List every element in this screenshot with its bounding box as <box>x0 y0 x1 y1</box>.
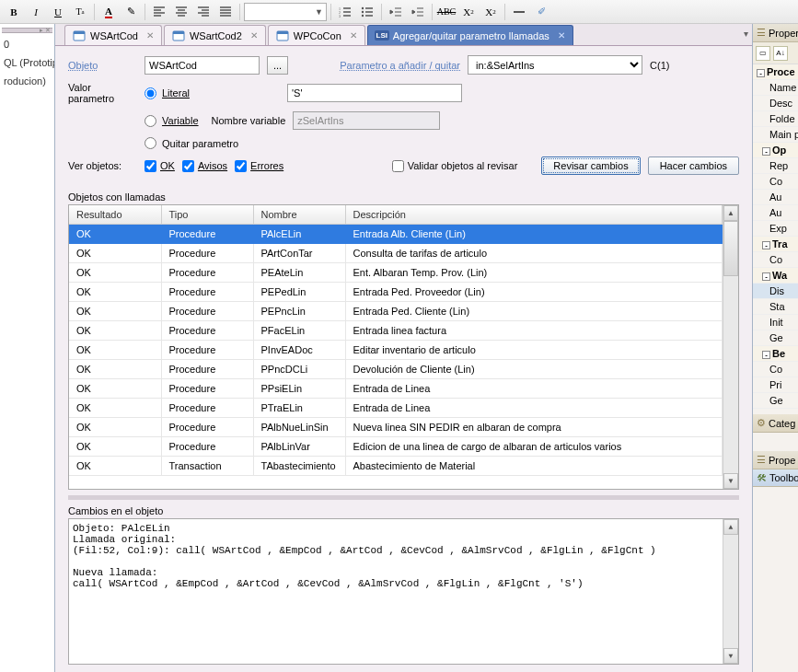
table-row[interactable]: OKProcedurePTraELinEntrada de Linea <box>69 399 723 418</box>
chk-errores[interactable]: Errores <box>235 160 283 172</box>
radio-variable[interactable]: Variable <box>145 115 199 127</box>
prop-item[interactable]: Desc <box>753 96 798 111</box>
tab-wpcocon[interactable]: WPCoCon✕ <box>268 25 365 45</box>
indent-button[interactable] <box>408 3 428 21</box>
prop-group-tra[interactable]: -Tra <box>753 237 798 252</box>
left-tree-item[interactable]: 0 <box>2 37 52 52</box>
table-row[interactable]: OKProcedurePArtConTarConsulta de tarifas… <box>69 244 723 263</box>
text-case-button[interactable]: Ta <box>70 3 90 21</box>
table-row[interactable]: OKProcedurePAlcELinEntrada Alb. Cliente … <box>69 225 723 244</box>
tab-wsartcod[interactable]: WSArtCod✕ <box>64 25 162 45</box>
table-row[interactable]: OKProcedurePEPncLinEntrada Ped. Cliente … <box>69 302 723 321</box>
table-row[interactable]: OKProcedurePEPedLinEntrada Ped. Proveedo… <box>69 283 723 302</box>
prop-item[interactable]: Dis <box>753 284 798 299</box>
categories-header[interactable]: ⚙ Categ <box>753 414 798 433</box>
scroll-up-button[interactable]: ▲ <box>723 205 738 221</box>
radio-literal[interactable]: Literal <box>145 87 190 99</box>
left-tree-item[interactable]: roducion) <box>2 74 52 88</box>
highlight-button[interactable]: ✎ <box>121 3 141 21</box>
tab-wsartcod2[interactable]: WSartCod2✕ <box>164 25 266 45</box>
prop-item[interactable]: Ge <box>753 393 798 409</box>
prop-item[interactable]: Co <box>753 362 798 377</box>
prop-group-proc[interactable]: -Proce <box>753 64 798 80</box>
prop-item[interactable]: Co <box>753 252 798 268</box>
prop-item[interactable]: Au <box>753 190 798 205</box>
results-table[interactable]: ResultadoTipoNombreDescripción OKProcedu… <box>69 205 723 476</box>
object-input[interactable] <box>145 56 260 75</box>
underline-button[interactable]: U <box>48 3 68 21</box>
prop-item[interactable]: Folde <box>753 111 798 127</box>
close-icon[interactable]: ✕ <box>250 30 258 41</box>
radio-variable-input[interactable] <box>145 115 156 127</box>
table-row[interactable]: OKProcedurePAlbLinVarEdicion de una line… <box>69 437 723 457</box>
prop-item[interactable]: Rep <box>753 158 798 174</box>
log-scrollbar[interactable]: ▲ ▼ <box>723 519 738 664</box>
chk-avisos[interactable]: Avisos <box>182 160 227 172</box>
prop-item[interactable]: Name <box>753 80 798 96</box>
prop-item[interactable]: Sta <box>753 299 798 315</box>
tabs-overflow-button[interactable]: ▾ <box>744 29 748 39</box>
left-tree-item[interactable]: QL (Prototip <box>2 55 52 70</box>
prop-group-op[interactable]: -Op <box>753 143 798 158</box>
table-row[interactable]: OKTransactionTAbastecimientoAbastecimien… <box>69 457 723 476</box>
log-scroll-down[interactable]: ▼ <box>723 648 738 664</box>
radio-literal-input[interactable] <box>145 87 156 99</box>
font-size-combo[interactable]: ▼ <box>244 3 327 21</box>
log-scroll-up[interactable]: ▲ <box>723 519 738 535</box>
table-scrollbar[interactable]: ▲ ▼ <box>723 205 738 489</box>
radio-quitar-input[interactable] <box>145 137 156 149</box>
param-select[interactable]: in:&SelArtIns <box>468 55 642 75</box>
prop-group-be[interactable]: -Be <box>753 346 798 362</box>
prop-group-wa[interactable]: -Wa <box>753 268 798 284</box>
marker-button[interactable]: ✐ <box>531 3 551 21</box>
align-right-button[interactable] <box>193 3 214 21</box>
table-row[interactable]: OKProcedurePFacELinEntrada linea factura <box>69 321 723 341</box>
radio-quitar[interactable]: Quitar parametro <box>145 137 238 149</box>
table-row[interactable]: OKProcedurePPsiELinEntrada de Linea <box>69 379 723 399</box>
prop-item[interactable]: Co <box>753 174 798 190</box>
prop-tool-icon-2[interactable]: A↓ <box>773 46 788 61</box>
subscript-button[interactable]: X2 <box>458 3 479 21</box>
prop-item[interactable]: Init <box>753 315 798 330</box>
bullet-list-button[interactable] <box>357 3 377 21</box>
align-left-button[interactable] <box>149 3 169 21</box>
col-header[interactable]: Nombre <box>253 205 345 225</box>
table-row[interactable]: OKProcedurePPncDCLiDevolución de Cliente… <box>69 360 723 379</box>
table-row[interactable]: OKProcedurePInvEADocEditar inventario de… <box>69 341 723 360</box>
font-color-button[interactable]: A <box>98 3 119 21</box>
strikethrough-button[interactable]: ABC <box>436 3 457 21</box>
col-header[interactable]: Tipo <box>161 205 253 225</box>
align-center-button[interactable] <box>171 3 191 21</box>
hacer-cambios-button[interactable]: Hacer cambios <box>648 156 739 175</box>
prop-item[interactable]: Exp <box>753 221 798 237</box>
scroll-thumb[interactable] <box>723 221 738 276</box>
horizontal-splitter[interactable] <box>68 495 739 500</box>
superscript-button[interactable]: X2 <box>480 3 501 21</box>
prop-item[interactable]: Ge <box>753 330 798 346</box>
prop-item[interactable]: Au <box>753 205 798 221</box>
hr-button[interactable] <box>509 3 529 21</box>
italic-button[interactable]: I <box>26 3 46 21</box>
close-icon[interactable]: ✕ <box>146 30 154 41</box>
prop-item[interactable]: Main p <box>753 127 798 143</box>
object-label[interactable]: Objeto <box>68 60 137 71</box>
align-justify-button[interactable] <box>215 3 236 21</box>
col-header[interactable]: Descripción <box>345 205 723 225</box>
log-output[interactable]: Objeto: PAlcELin Llamada original: (Fil:… <box>68 518 739 665</box>
close-icon[interactable]: ✕ <box>558 30 565 41</box>
toolbox-header[interactable]: 🛠 Toolbo <box>753 469 798 487</box>
table-row[interactable]: OKProcedurePAlbNueLinSinNueva linea SIN … <box>69 418 723 437</box>
properties2-header[interactable]: ☰ Prope <box>753 451 798 469</box>
object-browse-button[interactable]: ... <box>267 56 288 75</box>
outdent-button[interactable] <box>386 3 406 21</box>
numbered-list-button[interactable]: 123 <box>335 3 355 21</box>
properties-panel-header[interactable]: ☰ Propert <box>753 24 798 42</box>
param-label[interactable]: Parametro a añadir / quitar <box>340 60 460 71</box>
prop-item[interactable]: Pri <box>753 377 798 393</box>
tab-agregar/quitar-parametro-llamadas[interactable]: LSIAgregar/quitar parametro llamadas✕ <box>367 25 573 45</box>
table-row[interactable]: OKProcedurePEAteLinEnt. Albaran Temp. Pr… <box>69 263 723 283</box>
prop-tool-icon-1[interactable]: ▭ <box>756 46 770 61</box>
scroll-down-button[interactable]: ▼ <box>723 473 738 489</box>
chk-ok[interactable]: OK <box>145 160 175 172</box>
revisar-cambios-button[interactable]: Revisar cambios <box>541 156 640 175</box>
